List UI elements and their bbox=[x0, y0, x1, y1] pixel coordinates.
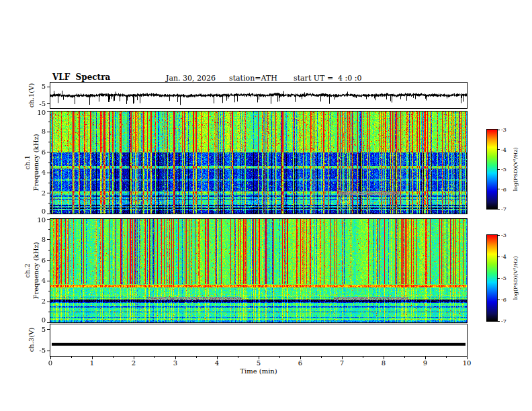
y-tick-mark bbox=[47, 322, 50, 323]
x-tick-label: 9 bbox=[418, 359, 433, 367]
y-minor-tick-mark bbox=[48, 312, 50, 312]
x-minor-tick-mark bbox=[238, 357, 238, 358]
y-tick-label: 5 bbox=[30, 326, 46, 334]
vlf-spectra-figure: VLF Spectra Jan. 30, 2026 station=ATH st… bbox=[0, 0, 532, 411]
colorbar-tick-mark bbox=[498, 257, 500, 257]
x-minor-tick-mark bbox=[154, 357, 155, 358]
panel-ch1-waveform bbox=[50, 82, 468, 109]
y-tick-mark bbox=[47, 329, 50, 330]
ch1-waveform-plot bbox=[50, 83, 467, 108]
y-tick-label: 4 bbox=[30, 277, 46, 285]
y-minor-tick-mark bbox=[48, 183, 50, 183]
y-minor-tick-mark bbox=[48, 203, 50, 203]
colorbar-tick-label: -4 bbox=[501, 254, 513, 260]
colorbar-tick-mark bbox=[498, 189, 500, 189]
ch1-spectrogram-heatmap bbox=[50, 111, 467, 214]
x-minor-tick-mark bbox=[71, 357, 72, 358]
colorbar-tick-mark bbox=[498, 149, 500, 150]
colorbar-tick-mark bbox=[498, 278, 500, 279]
colorbar-tick-label: -3 bbox=[501, 127, 513, 133]
plot-title: VLF Spectra bbox=[52, 73, 110, 81]
y-tick-mark bbox=[47, 152, 50, 152]
y-tick-mark bbox=[47, 281, 50, 281]
y-minor-tick-mark bbox=[48, 229, 50, 230]
colorbar-tick-mark bbox=[498, 321, 500, 322]
ch1-frequency-axis-label: Frequency (kHz) bbox=[33, 134, 40, 191]
y-tick-label: 8 bbox=[30, 236, 46, 244]
y-tick-label: -5 bbox=[30, 100, 46, 108]
colorbar-ch2 bbox=[486, 234, 498, 322]
x-tick-label: 2 bbox=[126, 359, 141, 367]
y-tick-mark bbox=[47, 193, 50, 193]
colorbar-tick-label: -5 bbox=[501, 275, 513, 281]
ch2-frequency-axis-label: Frequency (kHz) bbox=[33, 242, 40, 299]
x-tick-label: 1 bbox=[85, 359, 99, 367]
colorbar-ch1-label: log(PSD)(V²/Hz) bbox=[513, 147, 519, 191]
x-tick-label: 3 bbox=[168, 359, 183, 367]
y-tick-label: 10 bbox=[30, 109, 46, 117]
y-tick-mark bbox=[47, 214, 50, 214]
y-tick-label: 5 bbox=[30, 83, 46, 91]
y-minor-tick-mark bbox=[48, 271, 50, 271]
x-tick-label: 10 bbox=[459, 359, 474, 367]
y-tick-mark bbox=[47, 173, 50, 173]
colorbar-tick-mark bbox=[498, 235, 500, 236]
panel-ch3-waveform bbox=[50, 324, 468, 357]
colorbar-tick-label: -6 bbox=[501, 187, 513, 193]
y-tick-mark bbox=[47, 103, 50, 104]
y-tick-label: 10 bbox=[30, 216, 46, 224]
y-tick-mark bbox=[47, 111, 50, 112]
ch2-channel-label: ch.2 bbox=[24, 263, 31, 278]
colorbar-tick-mark bbox=[498, 169, 500, 170]
x-minor-tick-mark bbox=[446, 357, 447, 358]
ch1-channel-label: ch.1 bbox=[24, 155, 31, 170]
x-minor-tick-mark bbox=[321, 357, 322, 358]
x-tick-label: 7 bbox=[335, 359, 349, 367]
y-minor-tick-mark bbox=[48, 142, 50, 142]
y-tick-label: 4 bbox=[30, 169, 46, 177]
colorbar-tick-mark bbox=[498, 300, 500, 300]
time-axis-label: Time (min) bbox=[50, 367, 467, 375]
x-minor-tick-mark bbox=[363, 357, 363, 358]
colorbar-ch2-gradient bbox=[487, 235, 497, 321]
y-tick-mark bbox=[47, 239, 50, 240]
y-tick-label: -5 bbox=[30, 347, 46, 355]
ch3-waveform-plot bbox=[50, 324, 467, 356]
y-tick-label: 6 bbox=[30, 148, 46, 156]
y-minor-tick-mark bbox=[48, 291, 50, 291]
panel-ch2-spectrogram bbox=[50, 218, 468, 323]
colorbar-ch1 bbox=[486, 129, 498, 210]
y-tick-label: 0 bbox=[30, 316, 46, 324]
y-tick-label: 2 bbox=[30, 298, 46, 306]
y-tick-label: 2 bbox=[30, 189, 46, 197]
x-tick-label: 0 bbox=[43, 359, 58, 367]
x-tick-label: 8 bbox=[376, 359, 391, 367]
y-minor-tick-mark bbox=[48, 250, 50, 250]
colorbar-tick-label: -7 bbox=[501, 318, 513, 324]
x-minor-tick-mark bbox=[404, 357, 405, 358]
x-minor-tick-mark bbox=[113, 357, 114, 358]
y-tick-mark bbox=[47, 302, 50, 302]
ch2-spectrogram-heatmap bbox=[50, 219, 467, 322]
x-minor-tick-mark bbox=[196, 357, 197, 358]
x-minor-tick-mark bbox=[279, 357, 280, 358]
y-tick-mark bbox=[47, 132, 50, 132]
colorbar-tick-label: -7 bbox=[501, 206, 513, 212]
y-tick-label: 8 bbox=[30, 128, 46, 136]
colorbar-tick-label: -3 bbox=[501, 232, 513, 238]
x-tick-label: 6 bbox=[293, 359, 308, 367]
panel-ch1-spectrogram bbox=[50, 111, 468, 214]
colorbar-tick-mark bbox=[498, 209, 500, 210]
y-tick-mark bbox=[47, 260, 50, 261]
y-minor-tick-mark bbox=[48, 163, 50, 163]
x-tick-label: 5 bbox=[251, 359, 266, 367]
y-tick-mark bbox=[47, 351, 50, 351]
colorbar-tick-mark bbox=[498, 130, 500, 130]
colorbar-tick-label: -6 bbox=[501, 297, 513, 303]
x-tick-label: 4 bbox=[210, 359, 224, 367]
colorbar-tick-label: -4 bbox=[501, 147, 513, 153]
colorbar-tick-label: -5 bbox=[501, 167, 513, 173]
colorbar-ch2-label: log(PSD)(V²/Hz) bbox=[513, 256, 519, 300]
colorbar-ch1-gradient bbox=[487, 130, 497, 209]
y-tick-mark bbox=[47, 219, 50, 220]
